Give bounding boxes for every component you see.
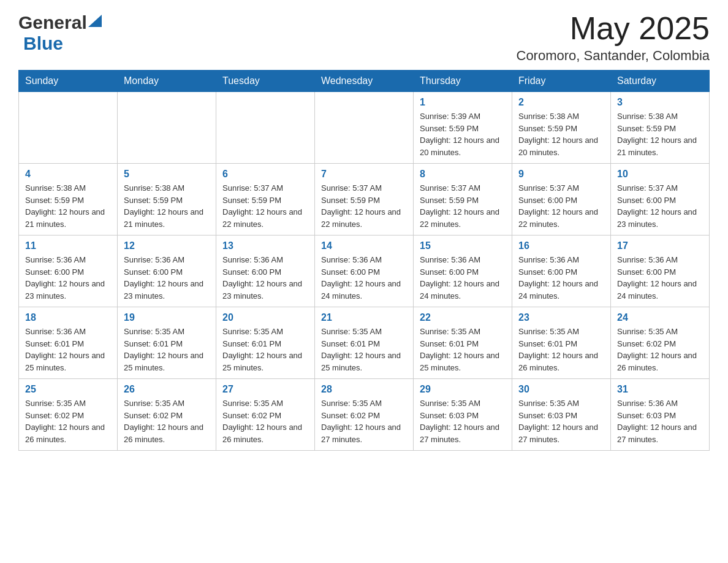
calendar-cell: 28Sunrise: 5:35 AMSunset: 6:02 PMDayligh…	[315, 379, 414, 451]
weekday-header-monday: Monday	[118, 71, 216, 92]
calendar-cell	[216, 92, 315, 164]
weekday-header-tuesday: Tuesday	[216, 71, 315, 92]
calendar-cell	[118, 92, 216, 164]
day-info: Sunrise: 5:35 AMSunset: 6:01 PMDaylight:…	[518, 326, 604, 373]
day-info: Sunrise: 5:36 AMSunset: 6:00 PMDaylight:…	[124, 254, 210, 302]
page-header: General Blue May 2025 Coromoro, Santande…	[18, 12, 710, 64]
day-number: 17	[617, 240, 703, 251]
day-info: Sunrise: 5:36 AMSunset: 6:00 PMDaylight:…	[420, 254, 506, 302]
calendar-cell: 2Sunrise: 5:38 AMSunset: 5:59 PMDaylight…	[512, 92, 611, 164]
day-info: Sunrise: 5:36 AMSunset: 6:00 PMDaylight:…	[321, 254, 407, 302]
svg-marker-0	[88, 15, 102, 27]
day-number: 4	[25, 169, 111, 180]
day-number: 5	[124, 169, 210, 180]
calendar-cell	[315, 92, 414, 164]
calendar-cell: 8Sunrise: 5:37 AMSunset: 5:59 PMDaylight…	[414, 164, 512, 236]
day-info: Sunrise: 5:35 AMSunset: 6:02 PMDaylight:…	[124, 397, 210, 445]
weekday-header-saturday: Saturday	[611, 71, 710, 92]
calendar-cell: 29Sunrise: 5:35 AMSunset: 6:03 PMDayligh…	[414, 379, 512, 451]
logo: General Blue	[18, 12, 102, 54]
day-info: Sunrise: 5:37 AMSunset: 5:59 PMDaylight:…	[420, 182, 506, 230]
day-number: 31	[617, 384, 703, 395]
day-number: 8	[420, 169, 506, 180]
day-number: 15	[420, 240, 506, 251]
logo-general-text: General	[18, 12, 87, 33]
calendar-cell: 14Sunrise: 5:36 AMSunset: 6:00 PMDayligh…	[315, 236, 414, 307]
day-info: Sunrise: 5:35 AMSunset: 6:02 PMDaylight:…	[25, 397, 111, 445]
day-number: 21	[321, 312, 407, 323]
calendar-week-4: 18Sunrise: 5:36 AMSunset: 6:01 PMDayligh…	[19, 307, 710, 379]
day-number: 12	[124, 240, 210, 251]
day-number: 6	[222, 169, 308, 180]
calendar-table: SundayMondayTuesdayWednesdayThursdayFrid…	[18, 70, 710, 451]
calendar-cell: 31Sunrise: 5:36 AMSunset: 6:03 PMDayligh…	[611, 379, 710, 451]
day-info: Sunrise: 5:35 AMSunset: 6:02 PMDaylight:…	[222, 397, 308, 445]
day-info: Sunrise: 5:36 AMSunset: 6:01 PMDaylight:…	[25, 326, 111, 373]
weekday-header-thursday: Thursday	[414, 71, 512, 92]
calendar-cell: 5Sunrise: 5:38 AMSunset: 5:59 PMDaylight…	[118, 164, 216, 236]
calendar-cell: 26Sunrise: 5:35 AMSunset: 6:02 PMDayligh…	[118, 379, 216, 451]
logo-blue-text: Blue	[23, 33, 63, 54]
day-number: 13	[222, 240, 308, 251]
day-number: 18	[25, 312, 111, 323]
calendar-week-5: 25Sunrise: 5:35 AMSunset: 6:02 PMDayligh…	[19, 379, 710, 451]
title-section: May 2025 Coromoro, Santander, Colombia	[517, 12, 710, 64]
weekday-header-friday: Friday	[512, 71, 611, 92]
logo-triangle-icon	[88, 15, 102, 28]
calendar-cell: 20Sunrise: 5:35 AMSunset: 6:01 PMDayligh…	[216, 307, 315, 379]
day-number: 9	[518, 169, 604, 180]
calendar-cell: 15Sunrise: 5:36 AMSunset: 6:00 PMDayligh…	[414, 236, 512, 307]
calendar-cell: 21Sunrise: 5:35 AMSunset: 6:01 PMDayligh…	[315, 307, 414, 379]
day-info: Sunrise: 5:35 AMSunset: 6:01 PMDaylight:…	[420, 326, 506, 373]
day-number: 1	[420, 97, 506, 108]
calendar-cell: 27Sunrise: 5:35 AMSunset: 6:02 PMDayligh…	[216, 379, 315, 451]
calendar-cell: 30Sunrise: 5:35 AMSunset: 6:03 PMDayligh…	[512, 379, 611, 451]
day-info: Sunrise: 5:36 AMSunset: 6:00 PMDaylight:…	[25, 254, 111, 302]
day-info: Sunrise: 5:35 AMSunset: 6:02 PMDaylight:…	[321, 397, 407, 445]
calendar-header-row: SundayMondayTuesdayWednesdayThursdayFrid…	[19, 71, 710, 92]
day-info: Sunrise: 5:38 AMSunset: 5:59 PMDaylight:…	[518, 110, 604, 158]
day-number: 29	[420, 384, 506, 395]
day-info: Sunrise: 5:38 AMSunset: 5:59 PMDaylight:…	[617, 110, 703, 158]
day-info: Sunrise: 5:38 AMSunset: 5:59 PMDaylight:…	[25, 182, 111, 230]
day-number: 28	[321, 384, 407, 395]
month-title: May 2025	[517, 12, 710, 44]
day-info: Sunrise: 5:37 AMSunset: 6:00 PMDaylight:…	[617, 182, 703, 230]
calendar-cell: 4Sunrise: 5:38 AMSunset: 5:59 PMDaylight…	[19, 164, 118, 236]
day-info: Sunrise: 5:37 AMSunset: 6:00 PMDaylight:…	[518, 182, 604, 230]
day-info: Sunrise: 5:36 AMSunset: 6:03 PMDaylight:…	[617, 397, 703, 445]
day-info: Sunrise: 5:39 AMSunset: 5:59 PMDaylight:…	[420, 110, 506, 158]
day-number: 16	[518, 240, 604, 251]
day-info: Sunrise: 5:38 AMSunset: 5:59 PMDaylight:…	[124, 182, 210, 230]
calendar-cell: 10Sunrise: 5:37 AMSunset: 6:00 PMDayligh…	[611, 164, 710, 236]
calendar-cell: 1Sunrise: 5:39 AMSunset: 5:59 PMDaylight…	[414, 92, 512, 164]
calendar-cell: 25Sunrise: 5:35 AMSunset: 6:02 PMDayligh…	[19, 379, 118, 451]
calendar-week-3: 11Sunrise: 5:36 AMSunset: 6:00 PMDayligh…	[19, 236, 710, 307]
calendar-cell	[19, 92, 118, 164]
day-number: 22	[420, 312, 506, 323]
day-number: 19	[124, 312, 210, 323]
calendar-cell: 13Sunrise: 5:36 AMSunset: 6:00 PMDayligh…	[216, 236, 315, 307]
calendar-week-2: 4Sunrise: 5:38 AMSunset: 5:59 PMDaylight…	[19, 164, 710, 236]
day-info: Sunrise: 5:36 AMSunset: 6:00 PMDaylight:…	[222, 254, 308, 302]
day-info: Sunrise: 5:35 AMSunset: 6:02 PMDaylight:…	[617, 326, 703, 373]
day-number: 27	[222, 384, 308, 395]
day-info: Sunrise: 5:35 AMSunset: 6:03 PMDaylight:…	[420, 397, 506, 445]
day-info: Sunrise: 5:35 AMSunset: 6:03 PMDaylight:…	[518, 397, 604, 445]
day-number: 10	[617, 169, 703, 180]
day-number: 11	[25, 240, 111, 251]
calendar-cell: 17Sunrise: 5:36 AMSunset: 6:00 PMDayligh…	[611, 236, 710, 307]
day-number: 23	[518, 312, 604, 323]
calendar-cell: 18Sunrise: 5:36 AMSunset: 6:01 PMDayligh…	[19, 307, 118, 379]
day-info: Sunrise: 5:35 AMSunset: 6:01 PMDaylight:…	[124, 326, 210, 373]
calendar-cell: 19Sunrise: 5:35 AMSunset: 6:01 PMDayligh…	[118, 307, 216, 379]
day-info: Sunrise: 5:36 AMSunset: 6:00 PMDaylight:…	[518, 254, 604, 302]
calendar-cell: 11Sunrise: 5:36 AMSunset: 6:00 PMDayligh…	[19, 236, 118, 307]
calendar-cell: 23Sunrise: 5:35 AMSunset: 6:01 PMDayligh…	[512, 307, 611, 379]
day-info: Sunrise: 5:37 AMSunset: 5:59 PMDaylight:…	[321, 182, 407, 230]
day-number: 20	[222, 312, 308, 323]
day-info: Sunrise: 5:35 AMSunset: 6:01 PMDaylight:…	[321, 326, 407, 373]
day-number: 26	[124, 384, 210, 395]
day-number: 3	[617, 97, 703, 108]
location: Coromoro, Santander, Colombia	[517, 48, 710, 64]
